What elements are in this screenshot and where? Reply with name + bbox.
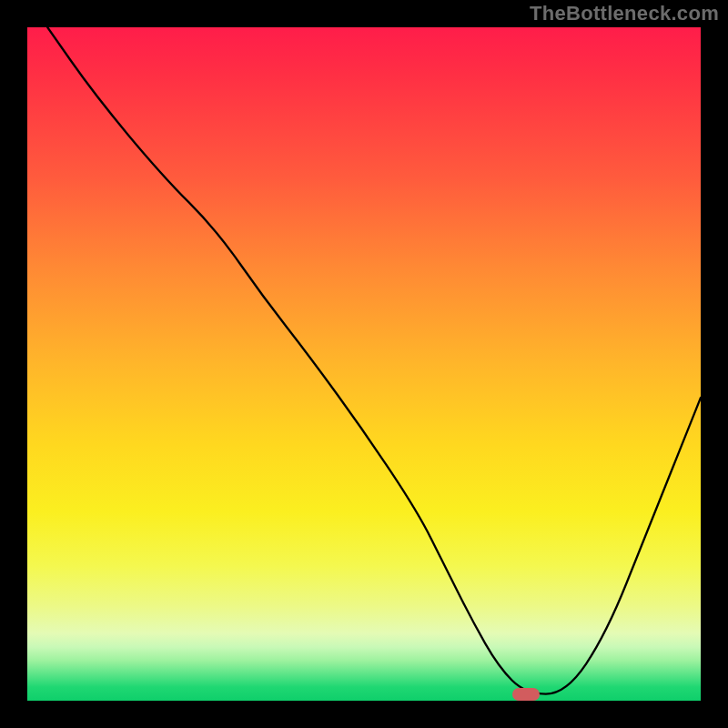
bottleneck-curve [27,27,701,701]
plot-area [27,27,701,701]
watermark-text: TheBottleneck.com [530,2,719,25]
chart-stage: TheBottleneck.com [0,0,728,728]
minimum-marker [512,688,540,701]
